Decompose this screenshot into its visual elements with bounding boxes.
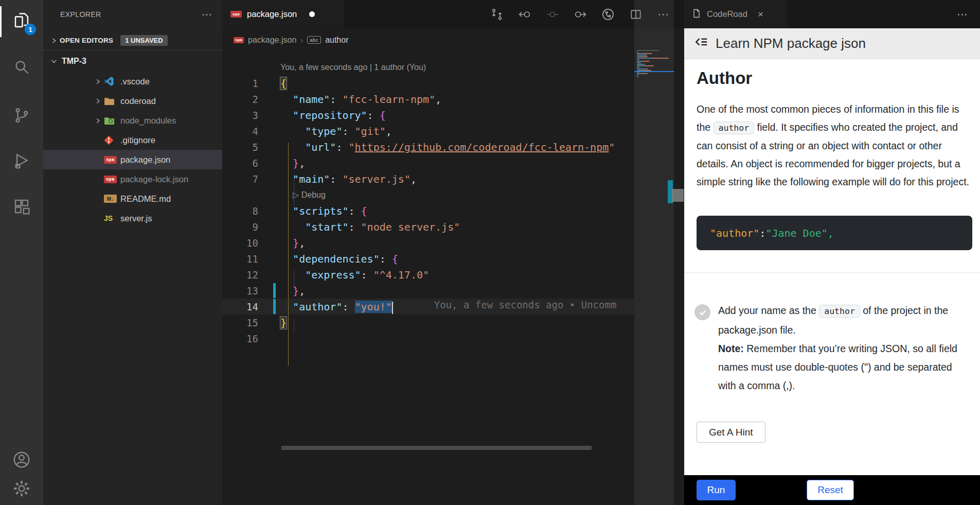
npm-file-icon: npm	[230, 11, 242, 18]
codelens-debug[interactable]: ▷ Debug	[222, 187, 684, 203]
workspace-root-folder[interactable]: TMP-3	[43, 51, 222, 71]
code-line-5[interactable]: 5 "url": "https://github.com/coderoad/fc…	[222, 139, 684, 155]
previous-change-icon[interactable]	[514, 4, 535, 25]
tutorial-body: Author One of the most common pieces of …	[684, 59, 980, 475]
overview-ruler-selection-marker	[672, 189, 684, 202]
code-line-2[interactable]: 2 "name": "fcc-learn-npm",	[222, 91, 684, 107]
line-number: 8	[222, 205, 258, 217]
line-content: }	[258, 317, 287, 329]
code-line-9[interactable]: 9 "start": "node server.js"	[222, 219, 684, 235]
code-line-12[interactable]: 12 "express": "^4.17.0"	[222, 267, 684, 283]
sidebar-title: EXPLORER	[60, 10, 101, 19]
lesson-description: One of the most common pieces of informa…	[697, 100, 970, 191]
activity-bar: 1	[0, 0, 43, 505]
modified-line-marker	[273, 299, 276, 314]
settings-activity-button[interactable]	[0, 470, 43, 505]
source-control-icon	[12, 106, 31, 127]
file-annotation-lens[interactable]: You, a few seconds ago | 1 author (You)	[222, 59, 684, 75]
npm-file-icon: npm	[104, 176, 120, 183]
run-button[interactable]: Run	[697, 480, 736, 500]
account-icon	[12, 450, 31, 472]
code-line-15[interactable]: 15}	[222, 315, 684, 330]
code-line-14[interactable]: 14 "author": "you!"You, a few seconds ag…	[222, 299, 634, 315]
timeline-icon[interactable]	[598, 4, 618, 25]
code-line-4[interactable]: 4 "type": "git",	[222, 123, 684, 139]
horizontal-scrollbar[interactable]	[281, 446, 592, 450]
line-number: 11	[222, 253, 258, 265]
code-line-3[interactable]: 3 "repository": {	[222, 107, 684, 123]
breadcrumb-symbol[interactable]: author	[325, 36, 348, 45]
panel-more-actions-icon[interactable]: ⋯	[957, 8, 980, 21]
coderoad-tab-label: CodeRoad	[707, 9, 747, 19]
file-icon	[691, 8, 702, 21]
dirty-indicator-icon[interactable]	[309, 11, 315, 17]
coderoad-panel: CodeRoad × ⋯ Learn NPM package json Auth…	[684, 0, 980, 505]
close-icon[interactable]: ×	[758, 9, 763, 20]
code-line-6[interactable]: 6 },	[222, 155, 684, 171]
chevron-right-icon	[93, 117, 103, 124]
explorer-activity-button[interactable]: 1	[0, 2, 43, 41]
chevron-right-icon: ›	[300, 36, 303, 44]
file-label: server.js	[120, 214, 152, 223]
file-tree-item--vscode[interactable]: .vscode	[43, 72, 222, 91]
extensions-activity-button[interactable]	[0, 188, 43, 227]
source-control-activity-button[interactable]	[0, 97, 43, 136]
line-number: 13	[222, 285, 258, 297]
line-number: 14	[222, 301, 258, 312]
code-line-11[interactable]: 11 "dependencies": {	[222, 251, 684, 267]
coderoad-action-bar: Run Reset	[684, 475, 980, 505]
file-tree-item-server-js[interactable]: JSserver.js	[43, 208, 222, 228]
file-tree-item-package-lock-json[interactable]: npmpackage-lock.json	[43, 169, 222, 189]
tab-package-json[interactable]: npm package.json	[222, 0, 344, 28]
indent-guide	[294, 175, 294, 206]
tab-coderoad[interactable]: CodeRoad ×	[684, 0, 787, 28]
code-line-16[interactable]: 16	[222, 330, 684, 346]
change-marker-icon	[542, 4, 563, 25]
file-tree-item--gitignore[interactable]: .gitignore	[43, 130, 222, 150]
sidebar-header: EXPLORER ⋯	[43, 0, 222, 29]
code-editor[interactable]: You, a few seconds ago | 1 author (You) …	[222, 51, 684, 505]
code-line-10[interactable]: 10 },	[222, 235, 684, 251]
root-folder-label: TMP-3	[62, 57, 86, 66]
indent-guide	[294, 318, 294, 334]
breadcrumb-file[interactable]: package.json	[248, 36, 296, 45]
search-icon	[12, 58, 31, 78]
file-tree-item-coderoad[interactable]: coderoad	[43, 91, 222, 111]
file-tree: .vscodecoderoadnode_modules.gitignorenpm…	[43, 72, 222, 228]
file-tree-item-readme-md[interactable]: M↓README.md	[43, 189, 222, 208]
task-text: Add your name as the	[718, 305, 816, 316]
open-editors-section[interactable]: OPEN EDITORS 1 UNSAVED	[43, 31, 222, 50]
run-debug-activity-button[interactable]	[0, 143, 43, 182]
explorer-more-actions-icon[interactable]: ⋯	[202, 8, 213, 21]
file-tree-item-node-modules[interactable]: node_modules	[43, 111, 222, 130]
line-content: "author": "you!"You, a few seconds ago •…	[258, 299, 616, 314]
breadcrumb: npm package.json › abc author	[222, 28, 684, 51]
code-line-8[interactable]: 8 "scripts": {	[222, 203, 684, 219]
line-number: 1	[222, 78, 258, 89]
get-a-hint-button[interactable]: Get A Hint	[697, 422, 765, 443]
line-content: "main": "server.js",	[258, 173, 417, 185]
reset-button[interactable]: Reset	[807, 480, 854, 500]
line-content: "repository": {	[258, 109, 386, 121]
indent-guide	[294, 270, 294, 286]
next-change-icon[interactable]	[570, 4, 591, 25]
node-file-icon	[104, 116, 120, 125]
chevron-right-icon	[48, 37, 60, 44]
editor-group: npm package.json	[222, 0, 684, 505]
line-content: "dependencies": {	[258, 253, 398, 265]
code-line-1[interactable]: 1{	[222, 75, 684, 91]
editor-tab-bar: npm package.json	[222, 0, 684, 28]
file-label: node_modules	[120, 116, 176, 126]
npm-file-icon: npm	[234, 37, 244, 43]
code-line-7[interactable]: 7 "main": "server.js",	[222, 171, 684, 187]
code-comma: ,	[828, 227, 834, 239]
open-editors-label: OPEN EDITORS	[60, 37, 113, 44]
code-line-13[interactable]: 13 },	[222, 283, 684, 299]
collapse-menu-icon[interactable]	[694, 36, 708, 51]
file-tree-item-package-json[interactable]: npmpackage.json	[43, 150, 222, 169]
task-note-text: Remember that you’re writing JSON, so al…	[718, 343, 957, 391]
compare-changes-icon[interactable]	[487, 4, 507, 25]
vscode-file-icon	[104, 76, 120, 86]
string-symbol-icon: abc	[307, 36, 321, 44]
search-activity-button[interactable]	[0, 48, 43, 88]
